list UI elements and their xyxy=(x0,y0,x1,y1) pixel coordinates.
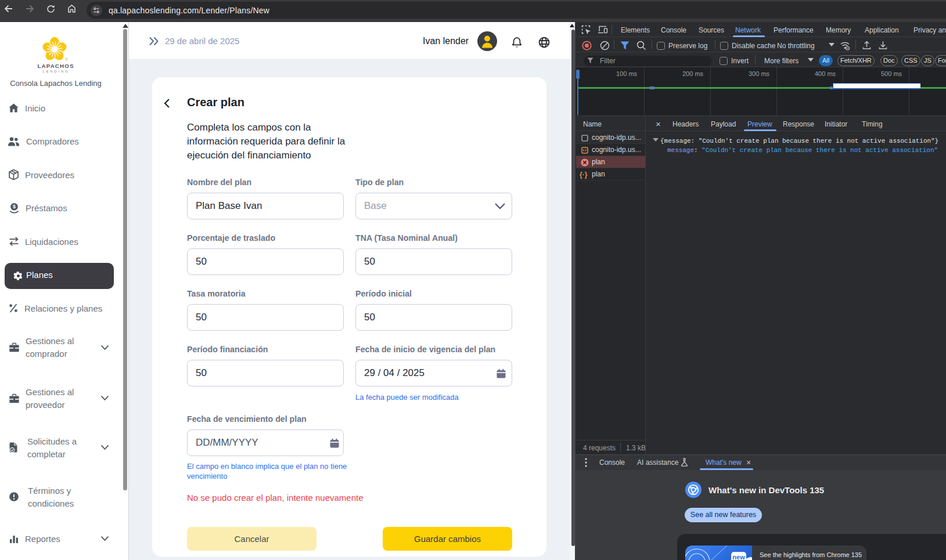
svg-text:$: $ xyxy=(13,204,16,209)
